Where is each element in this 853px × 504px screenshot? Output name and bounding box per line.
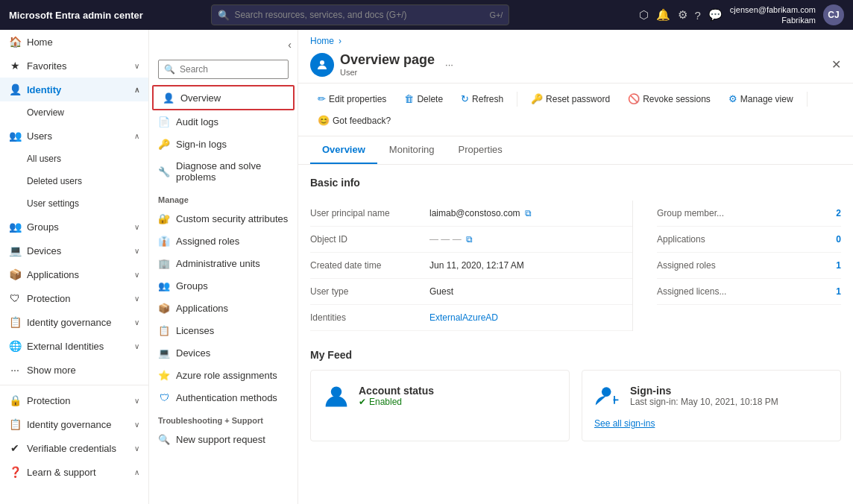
sec-nav-label-custom-security: Custom security attributes bbox=[176, 213, 288, 224]
sidebar-item-deleted-users[interactable]: Deleted users bbox=[0, 170, 148, 192]
sec-nav-applications[interactable]: 📦 Applications bbox=[149, 297, 298, 319]
collapse-icon[interactable]: ‹ bbox=[288, 39, 292, 51]
sidebar-item-protection2[interactable]: 🔒 Protection ∨ bbox=[0, 388, 148, 412]
user-org: Fabrikam bbox=[781, 15, 816, 25]
delete-icon: 🗑 bbox=[404, 93, 414, 104]
sidebar-label-protection2: Protection bbox=[27, 395, 71, 406]
sec-nav-auth-methods[interactable]: 🛡 Authentication methods bbox=[149, 386, 298, 409]
copy-object-id-icon[interactable]: ⧉ bbox=[466, 234, 473, 245]
sec-nav-overview[interactable]: 👤 Overview bbox=[152, 85, 295, 110]
stat-assigned-roles: Assigned roles 1 bbox=[657, 253, 841, 279]
sec-nav-groups[interactable]: 👥 Groups bbox=[149, 274, 298, 297]
tab-properties[interactable]: Properties bbox=[447, 136, 514, 164]
got-feedback-button[interactable]: 😊 Got feedback? bbox=[310, 111, 398, 130]
page-user-icon bbox=[310, 53, 334, 77]
sec-nav-diagnose[interactable]: 🔧 Diagnose and solve problems bbox=[149, 155, 298, 188]
object-id-text: — — — bbox=[429, 234, 462, 245]
sidebar-item-identity-governance[interactable]: 📋 Identity governance ∨ bbox=[0, 310, 148, 334]
sec-nav-admin-units[interactable]: 🏢 Administrative units bbox=[149, 252, 298, 274]
revoke-sessions-button[interactable]: 🚫 Revoke sessions bbox=[620, 89, 718, 108]
sec-nav-label-diagnose: Diagnose and solve problems bbox=[176, 160, 289, 183]
refresh-button[interactable]: ↻ Refresh bbox=[453, 89, 511, 108]
avatar[interactable]: CJ bbox=[823, 4, 844, 25]
content-body: Basic info User principal name laimab@co… bbox=[298, 165, 853, 504]
stat-label-licenses: Assigned licens... bbox=[657, 286, 726, 297]
stat-value-group[interactable]: 2 bbox=[836, 208, 841, 218]
sec-nav-audit-logs[interactable]: 📄 Audit logs bbox=[149, 110, 298, 133]
reset-password-button[interactable]: 🔑 Reset password bbox=[523, 89, 617, 108]
sidebar-label-home: Home bbox=[27, 37, 53, 48]
sidebar-item-groups[interactable]: 👥 Groups ∨ bbox=[0, 215, 148, 239]
created-value: Jun 11, 2020, 12:17 AM bbox=[429, 260, 524, 271]
audit-logs-icon: 📄 bbox=[158, 116, 170, 127]
sec-nav-licenses[interactable]: 📋 Licenses bbox=[149, 319, 298, 341]
secondary-search-input[interactable] bbox=[158, 60, 289, 79]
chevron-down-icon: ∨ bbox=[134, 294, 139, 303]
sec-nav-sign-in-logs[interactable]: 🔑 Sign-in logs bbox=[149, 133, 298, 155]
content-header: Home › Overview page User ··· ✕ bbox=[298, 30, 853, 84]
info-row-created: Created date time Jun 11, 2020, 12:17 AM bbox=[310, 253, 632, 279]
edit-properties-button[interactable]: ✏ Edit properties bbox=[310, 89, 394, 108]
see-all-sign-ins-link[interactable]: See all sign-ins bbox=[594, 418, 828, 429]
stat-value-roles[interactable]: 1 bbox=[836, 260, 841, 271]
chevron-down-icon: ∨ bbox=[134, 223, 139, 231]
upn-label: User principal name bbox=[310, 208, 429, 218]
sidebar-item-identity[interactable]: 👤 Identity ∧ bbox=[0, 78, 148, 101]
protection-icon: 🛡 bbox=[9, 292, 21, 304]
sec-nav-new-support[interactable]: 🔍 New support request bbox=[149, 428, 298, 450]
admin-units-icon: 🏢 bbox=[158, 257, 170, 269]
breadcrumb-home[interactable]: Home bbox=[310, 36, 334, 46]
stat-value-apps[interactable]: 0 bbox=[836, 234, 841, 245]
portal-icon[interactable]: ⬡ bbox=[639, 8, 649, 22]
chevron-down-icon: ∨ bbox=[134, 318, 139, 327]
svg-point-0 bbox=[320, 60, 324, 65]
help-icon[interactable]: ? bbox=[695, 9, 701, 22]
sidebar-item-favorites[interactable]: ★ Favorites ∨ bbox=[0, 54, 148, 78]
verifiable-credentials-icon: ✔ bbox=[9, 442, 21, 454]
sidebar-item-users[interactable]: 👥 Users ∧ bbox=[0, 124, 148, 148]
secondary-sidebar: ‹ 🔍 👤 Overview 📄 Audit logs 🔑 Sign-in lo… bbox=[149, 30, 298, 504]
search-shortcut: G+/ bbox=[489, 10, 503, 19]
delete-label: Delete bbox=[417, 94, 443, 104]
feedback-icon[interactable]: 💬 bbox=[708, 8, 723, 22]
stat-value-licenses[interactable]: 1 bbox=[836, 286, 841, 297]
user-type-label: User type bbox=[310, 286, 429, 297]
close-button[interactable]: ✕ bbox=[831, 57, 841, 72]
applications2-icon: 📦 bbox=[158, 302, 170, 314]
sec-nav-assigned-roles[interactable]: 👔 Assigned roles bbox=[149, 230, 298, 252]
settings-icon[interactable]: ⚙ bbox=[678, 8, 687, 22]
sidebar-item-learn-support[interactable]: ❓ Learn & support ∧ bbox=[0, 460, 148, 484]
sidebar-item-protection[interactable]: 🛡 Protection ∨ bbox=[0, 286, 148, 310]
sidebar-item-all-users[interactable]: All users bbox=[0, 148, 148, 170]
notification-icon[interactable]: 🔔 bbox=[656, 8, 670, 22]
sidebar-item-show-more[interactable]: ··· Show more bbox=[0, 358, 148, 382]
tab-monitoring[interactable]: Monitoring bbox=[377, 136, 447, 164]
more-options-icon[interactable]: ··· bbox=[445, 59, 453, 70]
chevron-down-icon: ∨ bbox=[134, 62, 139, 70]
sidebar-item-devices[interactable]: 💻 Devices ∨ bbox=[0, 239, 148, 262]
delete-button[interactable]: 🗑 Delete bbox=[397, 89, 450, 108]
manage-view-button[interactable]: ⚙ Manage view bbox=[721, 89, 801, 108]
sidebar-item-home[interactable]: 🏠 Home bbox=[0, 30, 148, 54]
sidebar-item-overview[interactable]: Overview bbox=[0, 101, 148, 124]
sidebar-item-applications[interactable]: 📦 Applications ∨ bbox=[0, 262, 148, 286]
sidebar-item-user-settings[interactable]: User settings bbox=[0, 192, 148, 215]
sec-nav-label-groups: Groups bbox=[176, 280, 208, 292]
tab-overview[interactable]: Overview bbox=[310, 136, 377, 164]
got-feedback-label: Got feedback? bbox=[333, 116, 391, 126]
identities-value[interactable]: ExternalAzureAD bbox=[429, 312, 498, 323]
global-search[interactable]: 🔍 G+/ bbox=[211, 4, 509, 25]
created-label: Created date time bbox=[310, 260, 429, 271]
sidebar-item-identity-governance2[interactable]: 📋 Identity governance ∨ bbox=[0, 412, 148, 436]
stat-label-group: Group member... bbox=[657, 208, 724, 218]
sec-nav-custom-security[interactable]: 🔐 Custom security attributes bbox=[149, 207, 298, 230]
sec-nav-azure-role[interactable]: ⭐ Azure role assignments bbox=[149, 364, 298, 386]
sidebar-label-user-settings: User settings bbox=[27, 198, 79, 209]
sidebar-item-verifiable-credentials[interactable]: ✔ Verifiable credentials ∨ bbox=[0, 436, 148, 460]
search-input[interactable] bbox=[234, 10, 485, 20]
sidebar-item-external-identities[interactable]: 🌐 External Identities ∨ bbox=[0, 334, 148, 358]
copy-upn-icon[interactable]: ⧉ bbox=[525, 208, 532, 218]
sidebar-label-all-users: All users bbox=[27, 154, 61, 164]
sec-nav-devices[interactable]: 💻 Devices bbox=[149, 341, 298, 364]
protection2-icon: 🔒 bbox=[9, 394, 21, 406]
